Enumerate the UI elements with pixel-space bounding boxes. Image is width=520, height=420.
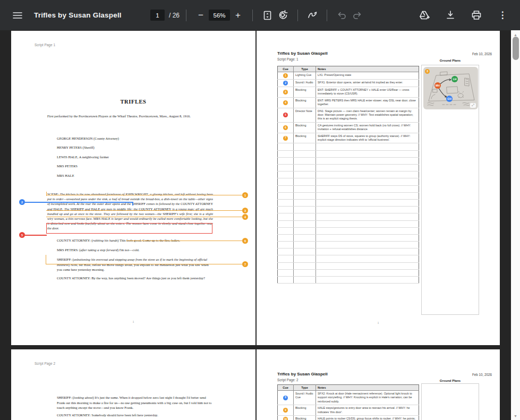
cue-number-badge[interactable]: 5 (283, 113, 288, 117)
expand-icon[interactable]: ⤢ (470, 103, 476, 108)
annotation-connector-5 (22, 235, 47, 236)
cue-type: Lighting Cue (294, 72, 316, 80)
annotation-connector-2 (22, 202, 133, 203)
cue-table-header: CueTypeNotes (278, 385, 419, 391)
cue-notes: SFX2: Knock at door (Hale reenactment re… (316, 391, 419, 405)
zoom-in-button[interactable]: + (230, 7, 246, 23)
cue-number-badge[interactable]: 9 (283, 408, 288, 413)
rotate-icon[interactable] (275, 7, 291, 23)
annotation-marker-2[interactable]: 2 (19, 199, 25, 205)
script-page-2: Script Page 2 SHERIFF: (looking about) I… (11, 349, 255, 420)
empty-cue-row (278, 150, 419, 157)
scroll-down-arrow[interactable]: ▼ (511, 412, 520, 419)
annotate-pen-icon[interactable] (304, 7, 320, 23)
zoom-out-button[interactable]: − (193, 7, 209, 23)
cue-number-badge[interactable]: 10 (283, 417, 288, 420)
menu-hamburger-icon[interactable] (10, 7, 25, 23)
column-header: Cue (278, 385, 294, 391)
cue-notes: ENT: SHERIFF + COUNTY ATTORNEY + HALE en… (316, 87, 419, 98)
cue-number-badge[interactable]: 1 (283, 73, 288, 78)
toolbar-divider (252, 10, 253, 21)
empty-cue-row (278, 207, 419, 213)
annotation-underline-7 (46, 264, 243, 264)
empty-cue-row (278, 277, 419, 284)
empty-cue-row (278, 255, 419, 262)
cue-number-badge[interactable]: 4 (283, 100, 288, 105)
annotation-marker-3[interactable]: 3 (242, 208, 248, 213)
cue-number-badge[interactable]: 8 (283, 396, 288, 400)
annotation-marker-7[interactable]: 7 (242, 261, 248, 267)
annotation-marker-4[interactable]: 4 (242, 214, 248, 220)
script-page-header: Script Page 2 (35, 362, 55, 365)
dialogue-paragraph: COUNTY ATTORNEY: Somebody should have be… (57, 413, 214, 418)
toolbar-divider (297, 10, 298, 21)
cue-notes: LX1: Preset/Opening state (316, 72, 419, 80)
empty-cue-row (278, 213, 419, 220)
cue-number-badge[interactable]: 2 (283, 81, 288, 85)
toolbar-divider (186, 10, 186, 21)
cue-type: Sound / Audio Cue (294, 391, 316, 405)
empty-cue-row (278, 192, 419, 199)
empty-cue-row (278, 185, 419, 192)
cue-type: Blocking (294, 133, 316, 143)
cue-number-badge[interactable]: 6 (283, 125, 288, 130)
cue-sheet-title: Trifles by Susan Glaspell (277, 372, 328, 376)
empty-cue-row (278, 234, 419, 241)
ground-plan-label-lh: LH (453, 78, 457, 81)
fit-to-page-icon[interactable] (259, 7, 275, 23)
empty-cue-row (278, 157, 419, 164)
ground-plans-panel (421, 383, 479, 420)
more-options-icon[interactable]: ⋮ (495, 7, 510, 23)
cue-number-badge[interactable]: 3 (283, 90, 288, 95)
cue-sheet-page-number: 1 (257, 321, 500, 324)
add-to-drive-icon[interactable] (416, 7, 432, 23)
column-header: Notes (316, 385, 419, 391)
annotation-underline-4 (46, 217, 243, 217)
annotation-underline-3 (46, 210, 243, 211)
cue-number-badge[interactable]: 7 (283, 136, 288, 141)
empty-cue-row (278, 199, 419, 206)
annotation-marker-1[interactable]: 1 (242, 192, 248, 198)
cue-type: Blocking (294, 405, 316, 416)
document-canvas: Script Page 1 TRIFLES First performed by… (0, 30, 511, 420)
cue-row: 6BlockingCA gestures inviting women CS; … (278, 122, 419, 133)
cue-row: 4BlockingENT: MRS PETERS then MRS HALE e… (278, 97, 419, 108)
annotation-marker-5[interactable]: 5 (19, 232, 25, 238)
column-header: Type (294, 385, 316, 391)
cue-sheet-title: Trifles by Susan Glaspell (277, 51, 328, 56)
dialogue-paragraph: MRS PETERS: (after taking a step forward… (57, 247, 214, 253)
cast-member: MRS HALE (57, 174, 216, 183)
vertical-scrollbar[interactable]: ▲ ▼ (511, 30, 520, 420)
cue-notes: SFX1: Exterior door opens, winter air/wi… (316, 80, 419, 87)
cue-notes: ENT: MRS PETERS then MRS HALE enter slow… (316, 97, 419, 108)
cue-sheet-page-1: Trifles by Susan Glaspell Feb 10, 2026 S… (257, 31, 500, 345)
empty-cue-row (278, 165, 419, 172)
cue-row: 1Lighting CueLX1: Preset/Opening state (278, 72, 419, 80)
cue-type: Blocking (294, 122, 316, 133)
print-icon[interactable] (468, 7, 484, 23)
download-icon[interactable] (442, 7, 458, 23)
scrollbar-thumb[interactable] (513, 37, 519, 60)
pdf-viewer-toolbar: Trifles by Susan Glaspell 1 / 26 − 56% + (0, 0, 520, 30)
dialogue-paragraph: SHERIFF: (looking about) It's just the s… (57, 395, 214, 410)
cast-member: HENRY PETERS (Sheriff) (57, 145, 216, 155)
page-number-input[interactable]: 1 (150, 10, 165, 21)
empty-cue-row (278, 178, 419, 185)
empty-cue-row (278, 242, 419, 248)
undo-icon[interactable] (334, 7, 349, 23)
cast-member: MRS PETERS (57, 164, 216, 173)
cue-table-header: CueTypeNotes (278, 66, 419, 72)
play-title: TRIFLES (11, 99, 255, 105)
redo-icon[interactable] (349, 7, 365, 23)
dialogue-paragraph: SHERIFF: (unbuttoning his overcoat and s… (57, 257, 214, 272)
cue-row: 9BlockingHALE steps/gestures to entry do… (278, 405, 419, 416)
ground-plan-cue-badge[interactable]: 3 (425, 69, 430, 74)
cast-member: GEORGE HENDERSON (County Attorney) (57, 136, 216, 145)
empty-cue-row (278, 269, 419, 276)
empty-cue-row (278, 143, 419, 150)
script-page-number: 1 (11, 320, 255, 323)
cast-member: LEWIS HALE, A neighboring farmer (57, 155, 216, 164)
zoom-level-value[interactable]: 56% (209, 10, 230, 21)
annotation-marker-6[interactable]: 6 (242, 238, 248, 244)
ground-plan-sketch[interactable]: MH LH GH 3 ⤢ (423, 67, 478, 109)
